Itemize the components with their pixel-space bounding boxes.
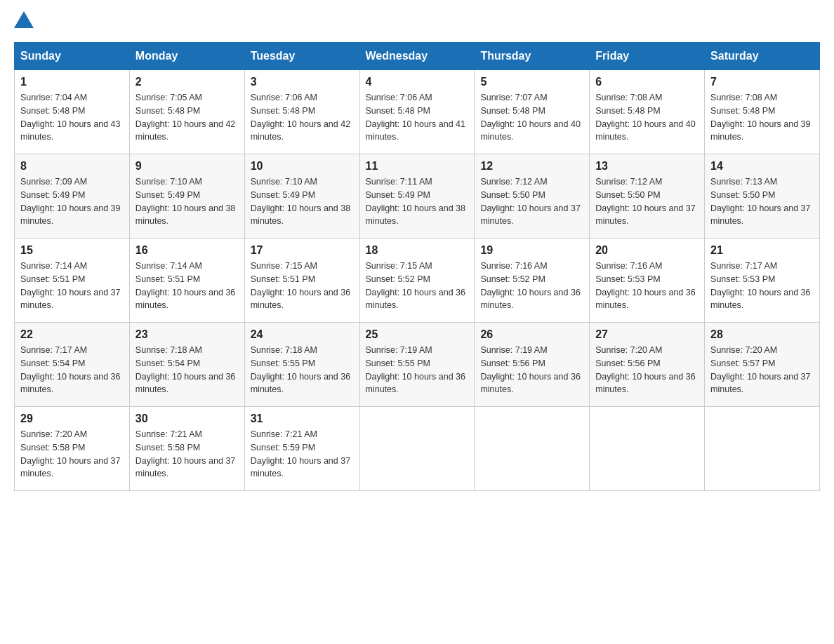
day-number: 23 (135, 328, 239, 341)
day-info: Sunrise: 7:12 AMSunset: 5:50 PMDaylight:… (595, 175, 699, 228)
day-number: 15 (20, 244, 124, 257)
calendar-cell: 4Sunrise: 7:06 AMSunset: 5:48 PMDaylight… (359, 70, 475, 154)
calendar-cell: 3Sunrise: 7:06 AMSunset: 5:48 PMDaylight… (244, 70, 359, 154)
day-number: 8 (20, 160, 124, 173)
logo (14, 14, 34, 28)
day-number: 18 (366, 244, 469, 257)
calendar-cell: 12Sunrise: 7:12 AMSunset: 5:50 PMDayligh… (475, 154, 590, 239)
day-number: 3 (251, 76, 354, 88)
day-number: 19 (480, 244, 583, 257)
day-number: 21 (710, 244, 814, 257)
calendar-cell: 16Sunrise: 7:14 AMSunset: 5:51 PMDayligh… (129, 239, 244, 323)
day-info: Sunrise: 7:10 AMSunset: 5:49 PMDaylight:… (135, 175, 239, 228)
day-info: Sunrise: 7:17 AMSunset: 5:54 PMDaylight:… (20, 344, 124, 396)
calendar-cell: 30Sunrise: 7:21 AMSunset: 5:58 PMDayligh… (129, 407, 244, 491)
day-info: Sunrise: 7:19 AMSunset: 5:55 PMDaylight:… (366, 344, 469, 396)
day-number: 29 (20, 412, 124, 425)
day-info: Sunrise: 7:20 AMSunset: 5:58 PMDaylight:… (20, 428, 124, 481)
day-info: Sunrise: 7:07 AMSunset: 5:48 PMDaylight:… (480, 91, 583, 144)
day-number: 30 (135, 412, 239, 425)
day-info: Sunrise: 7:06 AMSunset: 5:48 PMDaylight:… (366, 91, 469, 144)
calendar-cell: 7Sunrise: 7:08 AMSunset: 5:48 PMDaylight… (705, 70, 820, 154)
day-number: 7 (710, 76, 814, 88)
calendar-cell: 10Sunrise: 7:10 AMSunset: 5:49 PMDayligh… (244, 154, 359, 239)
day-number: 1 (20, 76, 124, 88)
calendar-week-1: 1Sunrise: 7:04 AMSunset: 5:48 PMDaylight… (15, 70, 820, 154)
day-number: 24 (251, 328, 354, 341)
calendar-cell: 17Sunrise: 7:15 AMSunset: 5:51 PMDayligh… (244, 239, 359, 323)
calendar-cell (705, 407, 820, 491)
day-info: Sunrise: 7:15 AMSunset: 5:52 PMDaylight:… (366, 260, 469, 312)
day-number: 27 (595, 328, 699, 341)
day-info: Sunrise: 7:20 AMSunset: 5:56 PMDaylight:… (595, 344, 699, 396)
day-number: 2 (135, 76, 239, 88)
day-info: Sunrise: 7:09 AMSunset: 5:49 PMDaylight:… (20, 175, 124, 228)
day-info: Sunrise: 7:16 AMSunset: 5:53 PMDaylight:… (595, 260, 699, 312)
header-day-thursday: Thursday (475, 43, 590, 70)
day-number: 20 (595, 244, 699, 257)
calendar-cell (475, 407, 590, 491)
calendar-table: SundayMondayTuesdayWednesdayThursdayFrid… (14, 42, 820, 491)
calendar-cell: 22Sunrise: 7:17 AMSunset: 5:54 PMDayligh… (15, 323, 130, 407)
day-number: 14 (710, 160, 814, 173)
header-day-wednesday: Wednesday (359, 43, 475, 70)
day-info: Sunrise: 7:05 AMSunset: 5:48 PMDaylight:… (135, 91, 239, 144)
day-info: Sunrise: 7:12 AMSunset: 5:50 PMDaylight:… (480, 175, 583, 228)
calendar-cell: 14Sunrise: 7:13 AMSunset: 5:50 PMDayligh… (705, 154, 820, 239)
calendar-cell: 26Sunrise: 7:19 AMSunset: 5:56 PMDayligh… (475, 323, 590, 407)
calendar-cell: 21Sunrise: 7:17 AMSunset: 5:53 PMDayligh… (705, 239, 820, 323)
day-info: Sunrise: 7:20 AMSunset: 5:57 PMDaylight:… (710, 344, 814, 396)
day-number: 28 (710, 328, 814, 341)
day-info: Sunrise: 7:18 AMSunset: 5:55 PMDaylight:… (251, 344, 354, 396)
day-number: 10 (251, 160, 354, 173)
calendar-cell: 1Sunrise: 7:04 AMSunset: 5:48 PMDaylight… (15, 70, 130, 154)
header-day-saturday: Saturday (705, 43, 820, 70)
day-number: 31 (251, 412, 354, 425)
calendar-cell: 31Sunrise: 7:21 AMSunset: 5:59 PMDayligh… (244, 407, 359, 491)
calendar-header: SundayMondayTuesdayWednesdayThursdayFrid… (15, 43, 820, 70)
calendar-cell: 23Sunrise: 7:18 AMSunset: 5:54 PMDayligh… (129, 323, 244, 407)
day-info: Sunrise: 7:19 AMSunset: 5:56 PMDaylight:… (480, 344, 583, 396)
calendar-cell (590, 407, 705, 491)
calendar-cell: 2Sunrise: 7:05 AMSunset: 5:48 PMDaylight… (129, 70, 244, 154)
day-info: Sunrise: 7:06 AMSunset: 5:48 PMDaylight:… (251, 91, 354, 144)
day-info: Sunrise: 7:21 AMSunset: 5:58 PMDaylight:… (135, 428, 239, 481)
calendar-cell: 28Sunrise: 7:20 AMSunset: 5:57 PMDayligh… (705, 323, 820, 407)
header-day-friday: Friday (590, 43, 705, 70)
page-header (14, 14, 820, 28)
calendar-cell: 18Sunrise: 7:15 AMSunset: 5:52 PMDayligh… (359, 239, 475, 323)
calendar-cell: 20Sunrise: 7:16 AMSunset: 5:53 PMDayligh… (590, 239, 705, 323)
day-info: Sunrise: 7:13 AMSunset: 5:50 PMDaylight:… (710, 175, 814, 228)
calendar-cell (359, 407, 475, 491)
day-number: 6 (595, 76, 699, 88)
day-info: Sunrise: 7:21 AMSunset: 5:59 PMDaylight:… (251, 428, 354, 481)
calendar-body: 1Sunrise: 7:04 AMSunset: 5:48 PMDaylight… (15, 70, 820, 491)
day-number: 5 (480, 76, 583, 88)
calendar-cell: 19Sunrise: 7:16 AMSunset: 5:52 PMDayligh… (475, 239, 590, 323)
day-info: Sunrise: 7:11 AMSunset: 5:49 PMDaylight:… (366, 175, 469, 228)
day-number: 12 (480, 160, 583, 173)
calendar-week-2: 8Sunrise: 7:09 AMSunset: 5:49 PMDaylight… (15, 154, 820, 239)
day-number: 26 (480, 328, 583, 341)
day-number: 9 (135, 160, 239, 173)
day-info: Sunrise: 7:18 AMSunset: 5:54 PMDaylight:… (135, 344, 239, 396)
calendar-cell: 24Sunrise: 7:18 AMSunset: 5:55 PMDayligh… (244, 323, 359, 407)
calendar-cell: 13Sunrise: 7:12 AMSunset: 5:50 PMDayligh… (590, 154, 705, 239)
day-info: Sunrise: 7:14 AMSunset: 5:51 PMDaylight:… (20, 260, 124, 312)
day-number: 22 (20, 328, 124, 341)
calendar-week-4: 22Sunrise: 7:17 AMSunset: 5:54 PMDayligh… (15, 323, 820, 407)
day-number: 13 (595, 160, 699, 173)
calendar-cell: 25Sunrise: 7:19 AMSunset: 5:55 PMDayligh… (359, 323, 475, 407)
calendar-cell: 9Sunrise: 7:10 AMSunset: 5:49 PMDaylight… (129, 154, 244, 239)
calendar-cell: 6Sunrise: 7:08 AMSunset: 5:48 PMDaylight… (590, 70, 705, 154)
day-info: Sunrise: 7:15 AMSunset: 5:51 PMDaylight:… (251, 260, 354, 312)
header-day-sunday: Sunday (15, 43, 130, 70)
day-info: Sunrise: 7:04 AMSunset: 5:48 PMDaylight:… (20, 91, 124, 144)
logo-triangle-icon (14, 11, 34, 28)
calendar-cell: 29Sunrise: 7:20 AMSunset: 5:58 PMDayligh… (15, 407, 130, 491)
calendar-cell: 11Sunrise: 7:11 AMSunset: 5:49 PMDayligh… (359, 154, 475, 239)
day-number: 25 (366, 328, 469, 341)
day-info: Sunrise: 7:16 AMSunset: 5:52 PMDaylight:… (480, 260, 583, 312)
header-day-tuesday: Tuesday (244, 43, 359, 70)
day-number: 11 (366, 160, 469, 173)
